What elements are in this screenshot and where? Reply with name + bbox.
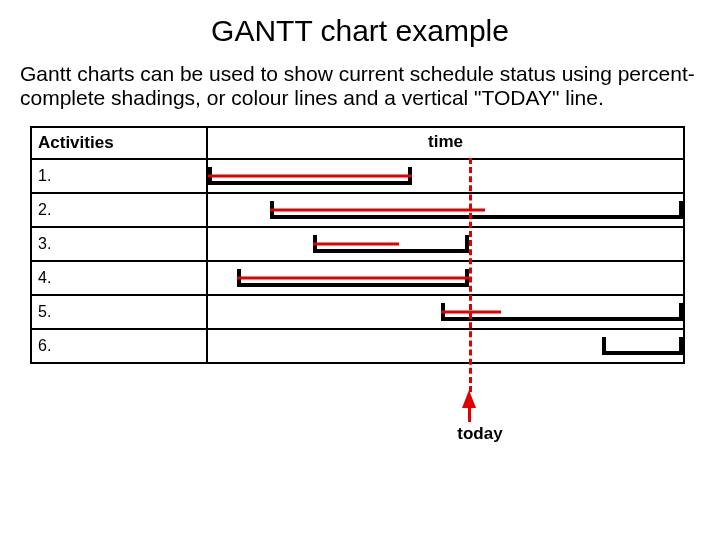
table-header-row: Activities time: [32, 128, 683, 158]
gantt-chart: Activities time 1.2.3.4.5.6.: [30, 126, 685, 364]
gantt-bar: [208, 167, 412, 185]
activity-label: 5.: [32, 296, 208, 328]
time-cell: [208, 262, 683, 294]
activity-label: 6.: [32, 330, 208, 362]
time-cell: [208, 228, 683, 260]
activity-label: 4.: [32, 262, 208, 294]
gantt-bar: [441, 303, 683, 321]
table-row: 1.: [32, 158, 683, 192]
today-line: [469, 158, 472, 392]
activity-label: 2.: [32, 194, 208, 226]
table-row: 5.: [32, 294, 683, 328]
page-title: GANTT chart example: [0, 14, 720, 48]
bar-progress: [208, 175, 412, 178]
time-cell: [208, 160, 683, 192]
gantt-bar: [237, 269, 470, 287]
bar-progress: [313, 243, 399, 246]
table-row: 6.: [32, 328, 683, 362]
header-time-label: time: [208, 132, 683, 152]
description-text: Gantt charts can be used to show current…: [20, 62, 704, 110]
table-row: 2.: [32, 192, 683, 226]
bar-bracket: [602, 337, 683, 355]
time-cell: [208, 330, 683, 362]
header-activities: Activities: [32, 128, 208, 158]
gantt-bar: [602, 337, 683, 355]
gantt-bar: [313, 235, 470, 253]
time-cell: [208, 296, 683, 328]
arrow-stem: [468, 406, 471, 422]
time-cell: [208, 194, 683, 226]
activity-label: 1.: [32, 160, 208, 192]
table-row: 3.: [32, 226, 683, 260]
activity-label: 3.: [32, 228, 208, 260]
gantt-bar: [270, 201, 683, 219]
table-row: 4.: [32, 260, 683, 294]
bar-progress: [270, 209, 485, 212]
slide: GANTT chart example Gantt charts can be …: [0, 14, 720, 540]
bar-progress: [237, 277, 470, 280]
today-label: today: [457, 424, 502, 444]
header-time-cell: time: [208, 128, 683, 158]
